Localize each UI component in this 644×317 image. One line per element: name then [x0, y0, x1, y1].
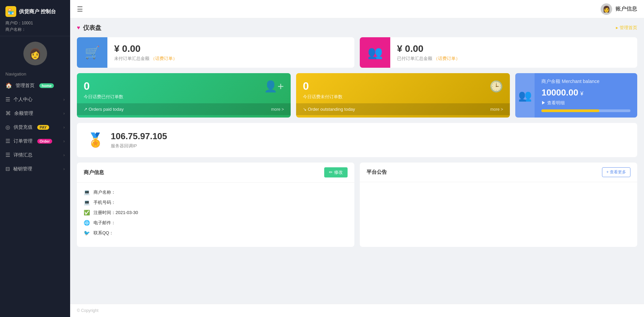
account-label: 账户信息: [616, 5, 637, 13]
balance-currency: ¥: [580, 91, 583, 97]
unpaid-info: ¥ 0.00 未付订单汇总金额 （话费订单）: [107, 38, 184, 67]
avatar-area: 👩: [0, 36, 70, 69]
ip-icon: 🏅: [87, 132, 104, 148]
sidebar-logo: 🏪 供货商户 控制台: [5, 6, 65, 17]
main-content: ☰ 👩 账户信息 ♥ 仪表盘 ▸ 管理首页 🛒 ¥ 0.00: [70, 0, 644, 317]
sidebar-item-personal[interactable]: ☰ 个人中心 ›: [0, 92, 70, 106]
sidebar-item-supply-label: 供货充值: [14, 124, 33, 130]
card-paid-bottom: ↗ Orders paid today more >: [77, 103, 291, 115]
sidebar-item-detail[interactable]: ☰ 详情汇总 ›: [0, 148, 70, 162]
sidebar: 🏪 供货商户 控制台 商户ID：10001 商户名称： 👩 Navigation…: [0, 0, 70, 317]
info-email: 🌐 电子邮件：: [84, 220, 348, 226]
info-phone: 💻 手机号码：: [84, 199, 348, 206]
ip-info: 106.75.97.105 服务器回调IP: [111, 131, 167, 149]
sidebar-header: 🏪 供货商户 控制台 商户ID：10001 商户名称：: [0, 0, 70, 36]
order-arrow: ›: [63, 139, 65, 144]
balance-icon-box: 👥: [515, 73, 535, 118]
edit-button[interactable]: ✏ 修改: [324, 167, 348, 177]
logo-icon: 🏪: [5, 6, 16, 17]
balance-title: 商户余额 Merchant balance: [541, 79, 630, 85]
merchant-name-icon: 💻: [84, 189, 90, 195]
footer: © Copyright: [70, 304, 644, 317]
topbar: ☰ 👩 账户信息: [70, 0, 644, 18]
balance-progress-bar: [541, 109, 630, 112]
qq-icon: 🐦: [84, 230, 90, 236]
phone-label: 手机号码：: [94, 199, 116, 206]
merchant-info-header: 商户信息 ✏ 修改: [77, 163, 354, 183]
sidebar-item-home[interactable]: 🏠 管理首页 home: [0, 79, 70, 92]
info-qq: 🐦 联系QQ：: [84, 230, 348, 236]
unpaid-icon-box: 🛒: [77, 37, 107, 68]
email-icon: 🌐: [84, 220, 90, 226]
avatar: 👩: [23, 42, 47, 65]
unpaid-desc-highlight: （话费订单）: [151, 56, 177, 61]
paid-today-bottom-label: ↗ Orders paid today: [84, 107, 124, 112]
merchant-info-card: 商户信息 ✏ 修改 💻 商户名称： 💻 手机号码： ✅ 注册时间：2021-03…: [77, 163, 354, 247]
balance-arrow: ›: [63, 111, 65, 116]
sidebar-item-order[interactable]: ☰ 订单管理 Order ›: [0, 134, 70, 148]
info-merchant-name: 💻 商户名称：: [84, 189, 348, 195]
page-title: ♥ 仪表盘: [77, 24, 101, 32]
unpaid-desc-text: 未付订单汇总金额: [114, 56, 149, 61]
qq-label: 联系QQ：: [94, 230, 113, 236]
sidebar-item-detail-label: 详情汇总: [14, 152, 33, 158]
breadcrumb: ▸ 管理首页: [616, 25, 637, 31]
balance-link[interactable]: ▶ 查看明细: [541, 100, 630, 106]
merchant-id: 商户ID：10001: [5, 20, 65, 26]
dashboard-title: 仪表盘: [83, 24, 101, 32]
sidebar-item-home-label: 管理首页: [16, 83, 35, 89]
secret-icon: ⊟: [5, 166, 10, 172]
outstanding-label: 今日话费未付订单数: [303, 94, 342, 100]
supply-badge: PAY: [37, 125, 49, 130]
ip-address: 106.75.97.105: [111, 131, 167, 142]
register-icon: ✅: [84, 210, 90, 216]
paid-desc: 已付订单汇总金额 （话费订单）: [397, 56, 460, 62]
stat-unpaid: 🛒 ¥ 0.00 未付订单汇总金额 （话费订单）: [77, 37, 354, 68]
stats-row2: 0 今日话费已付订单数 👤+ ↗ Orders paid today more …: [77, 73, 637, 118]
balance-icon: ⌘: [5, 110, 11, 117]
card-outstanding-today: 0 今日话费未付订单数 🕒 ↘ Order outstanding today …: [296, 73, 510, 118]
sidebar-item-personal-label: 个人中心: [14, 97, 33, 103]
home-badge: home: [39, 83, 54, 88]
supply-icon: ◎: [5, 124, 10, 130]
menu-toggle[interactable]: ☰: [77, 5, 83, 13]
sidebar-item-supply[interactable]: ◎ 供货充值 PAY ›: [0, 120, 70, 134]
secret-arrow: ›: [63, 167, 65, 171]
nav-section-label: Navigation: [0, 69, 70, 79]
personal-icon: ☰: [5, 96, 10, 103]
more-button[interactable]: + 查看更多: [602, 167, 630, 177]
outstanding-bottom-label: ↘ Order outstanding today: [303, 107, 355, 112]
order-icon: ☰: [5, 138, 10, 144]
logo-text: 供货商户 控制台: [19, 8, 56, 15]
card-paid-left: 0 今日话费已付订单数: [84, 80, 123, 100]
footer-text: © Copyright: [77, 308, 99, 313]
announcement-body: [360, 182, 637, 243]
bottom-row: 商户信息 ✏ 修改 💻 商户名称： 💻 手机号码： ✅ 注册时间：2021-03…: [77, 163, 637, 247]
sidebar-item-balance[interactable]: ⌘ 余额管理 ›: [0, 106, 70, 120]
balance-inner: 商户余额 Merchant balance 10000.00 ¥ ▶ 查看明细: [535, 73, 637, 118]
card-balance: 👥 商户余额 Merchant balance 10000.00 ¥ ▶ 查看明…: [515, 73, 637, 118]
paid-today-more[interactable]: more >: [271, 107, 284, 112]
topbar-avatar: 👩: [601, 3, 612, 15]
ip-label: 服务器回调IP: [111, 143, 167, 149]
account-info[interactable]: 👩 账户信息: [601, 3, 637, 15]
merchant-info-title: 商户信息: [84, 169, 104, 176]
sidebar-item-secret[interactable]: ⊟ 秘钥管理 ›: [0, 162, 70, 176]
page-header: ♥ 仪表盘 ▸ 管理首页: [77, 24, 637, 32]
outstanding-icon: 🕒: [490, 80, 503, 93]
card-paid-today: 0 今日话费已付订单数 👤+ ↗ Orders paid today more …: [77, 73, 291, 118]
personal-arrow: ›: [63, 97, 65, 102]
announcement-header: 平台公告 + 查看更多: [360, 163, 637, 182]
unpaid-amount: ¥ 0.00: [114, 43, 177, 54]
merchant-info-body: 💻 商户名称： 💻 手机号码： ✅ 注册时间：2021-03-30 🌐 电子邮件…: [77, 183, 354, 247]
outstanding-more[interactable]: more >: [490, 107, 503, 112]
home-icon: 🏠: [5, 82, 12, 89]
email-label: 电子邮件：: [94, 220, 116, 226]
card-outstanding-top: 0 今日话费未付订单数 🕒: [296, 73, 510, 103]
paid-today-num: 0: [84, 80, 123, 92]
paid-today-label: 今日话费已付订单数: [84, 94, 123, 100]
card-outstanding-bottom: ↘ Order outstanding today more >: [296, 103, 510, 115]
paid-info: ¥ 0.00 已付订单汇总金额 （话费订单）: [390, 38, 467, 67]
paid-desc-text: 已付订单汇总金额: [397, 56, 432, 61]
order-badge: Order: [37, 139, 52, 144]
